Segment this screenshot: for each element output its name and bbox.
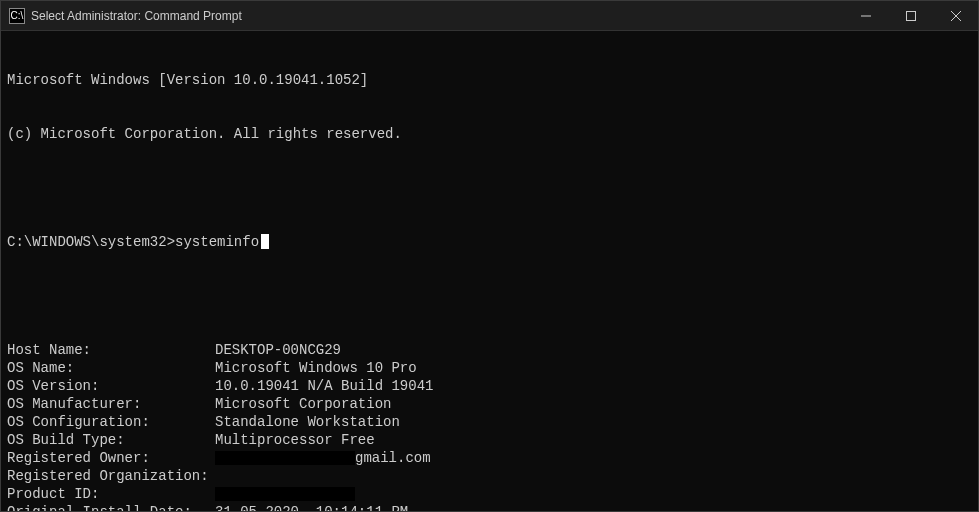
info-row: Registered Owner: gmail.com xyxy=(7,449,972,467)
close-button[interactable] xyxy=(933,1,978,30)
copyright-line: (c) Microsoft Corporation. All rights re… xyxy=(7,125,972,143)
blank-line xyxy=(7,179,972,197)
info-label: OS Version: xyxy=(7,377,215,395)
info-label: Product ID: xyxy=(7,485,215,503)
info-label: Original Install Date: xyxy=(7,503,215,511)
maximize-button[interactable] xyxy=(888,1,933,30)
window-controls xyxy=(843,1,978,30)
info-value: gmail.com xyxy=(215,449,972,467)
info-row: OS Version:10.0.19041 N/A Build 19041 xyxy=(7,377,972,395)
info-label: OS Name: xyxy=(7,359,215,377)
redacted-block xyxy=(215,487,355,501)
info-row: OS Configuration:Standalone Workstation xyxy=(7,413,972,431)
info-value: Standalone Workstation xyxy=(215,413,972,431)
systeminfo-output: Host Name:DESKTOP-00NCG29OS Name:Microso… xyxy=(7,341,972,511)
info-label: Host Name: xyxy=(7,341,215,359)
minimize-button[interactable] xyxy=(843,1,888,30)
cmd-icon: C:\ xyxy=(9,8,25,24)
info-row: OS Build Type:Multiprocessor Free xyxy=(7,431,972,449)
info-row: Registered Organization: xyxy=(7,467,972,485)
info-row: Original Install Date:31-05-2020, 10:14:… xyxy=(7,503,972,511)
info-value: 31-05-2020, 10:14:11 PM xyxy=(215,503,972,511)
info-value xyxy=(215,485,972,503)
info-label: Registered Organization: xyxy=(7,467,215,485)
svg-rect-1 xyxy=(906,11,915,20)
info-row: Host Name:DESKTOP-00NCG29 xyxy=(7,341,972,359)
info-row: Product ID: xyxy=(7,485,972,503)
titlebar[interactable]: C:\ Select Administrator: Command Prompt xyxy=(1,1,978,31)
window-title: Select Administrator: Command Prompt xyxy=(31,9,843,23)
info-label: OS Build Type: xyxy=(7,431,215,449)
blank-line xyxy=(7,287,972,305)
info-label: OS Configuration: xyxy=(7,413,215,431)
info-label: Registered Owner: xyxy=(7,449,215,467)
cursor xyxy=(261,234,269,249)
prompt-command: systeminfo xyxy=(175,234,259,250)
redacted-block xyxy=(215,451,355,465)
info-value xyxy=(215,467,972,485)
terminal-output[interactable]: Microsoft Windows [Version 10.0.19041.10… xyxy=(1,31,978,511)
info-value: Microsoft Windows 10 Pro xyxy=(215,359,972,377)
maximize-icon xyxy=(906,11,916,21)
info-row: OS Manufacturer:Microsoft Corporation xyxy=(7,395,972,413)
prompt-line: C:\WINDOWS\system32>systeminfo xyxy=(7,233,972,251)
info-row: OS Name:Microsoft Windows 10 Pro xyxy=(7,359,972,377)
info-value: Microsoft Corporation xyxy=(215,395,972,413)
info-value: 10.0.19041 N/A Build 19041 xyxy=(215,377,972,395)
close-icon xyxy=(951,11,961,21)
prompt-path: C:\WINDOWS\system32> xyxy=(7,234,175,250)
version-line: Microsoft Windows [Version 10.0.19041.10… xyxy=(7,71,972,89)
info-value: Multiprocessor Free xyxy=(215,431,972,449)
info-value: DESKTOP-00NCG29 xyxy=(215,341,972,359)
command-prompt-window: C:\ Select Administrator: Command Prompt… xyxy=(0,0,979,512)
minimize-icon xyxy=(861,11,871,21)
info-label: OS Manufacturer: xyxy=(7,395,215,413)
